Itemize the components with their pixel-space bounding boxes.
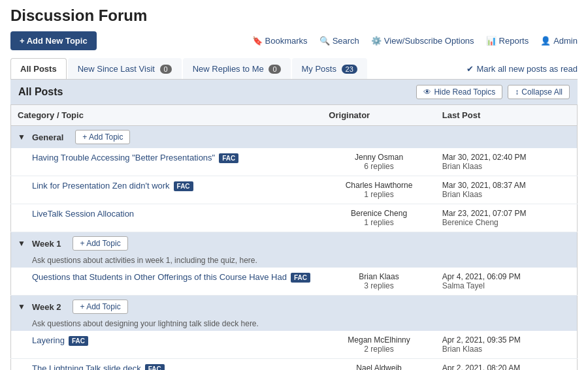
replies-count: 1 replies xyxy=(329,218,429,227)
last-post-cell: Apr 2, 2021, 09:35 PM Brian Klaas xyxy=(436,331,578,359)
originator-cell: Charles Hawthorne 1 replies xyxy=(322,176,435,204)
group-header-0: ▼ General + Add Topic xyxy=(11,126,578,149)
table-row: LayeringFAC Megan McElhinny 2 replies Ap… xyxy=(11,331,578,359)
topic-cell: Having Trouble Accessing "Better Present… xyxy=(11,148,323,176)
originator-cell: Nael Aldweib 4 replies xyxy=(322,359,435,371)
replies-count: 1 replies xyxy=(329,190,429,199)
last-post-cell: Mar 30, 2021, 02:40 PM Brian Klaas xyxy=(436,148,578,176)
new-since-badge: 0 xyxy=(160,65,172,74)
last-post-user: Salma Tayel xyxy=(442,281,570,290)
last-post-cell: Apr 4, 2021, 06:09 PM Salma Tayel xyxy=(436,268,578,296)
posts-table: Category / Topic Originator Last Post ▼ … xyxy=(10,104,578,370)
all-posts-heading: All Posts xyxy=(18,86,63,98)
group-header-2: ▼ Week 2 + Add Topic xyxy=(11,296,578,318)
table-row: The Lightning Talk slide deckFAC Nael Al… xyxy=(11,359,578,371)
add-topic-button[interactable]: + Add New Topic xyxy=(10,31,97,50)
gear-icon: ⚙️ xyxy=(371,36,382,46)
originator-cell: Berenice Cheng 1 replies xyxy=(322,204,435,232)
topic-link[interactable]: Having Trouble Accessing "Better Present… xyxy=(32,153,215,162)
add-topic-in-group-button[interactable]: + Add Topic xyxy=(73,236,127,251)
originator-name: Megan McElhinny xyxy=(329,335,429,345)
admin-icon: 👤 xyxy=(540,36,551,46)
topic-link[interactable]: LiveTalk Session Allocation xyxy=(32,209,134,219)
collapse-icon: ↕ xyxy=(515,87,519,97)
last-post-cell: Mar 30, 2021, 08:37 AM Brian Klaas xyxy=(436,176,578,204)
fac-badge: FAC xyxy=(69,336,88,346)
originator-name: Nael Aldweib xyxy=(329,363,429,370)
tab-all-posts[interactable]: All Posts xyxy=(10,58,67,79)
last-post-date: Mar 23, 2021, 07:07 PM xyxy=(442,209,570,218)
replies-count: 2 replies xyxy=(329,345,429,354)
topic-link[interactable]: Layering xyxy=(32,335,65,345)
table-row: Link for Presentation Zen didn't workFAC… xyxy=(11,176,578,204)
fac-badge: FAC xyxy=(174,181,193,191)
last-post-date: Mar 30, 2021, 08:37 AM xyxy=(442,181,570,190)
my-posts-badge: 23 xyxy=(342,65,357,74)
topic-cell: LiveTalk Session Allocation xyxy=(11,204,323,232)
top-bar: + Add New Topic 🔖 Bookmarks 🔍 Search ⚙️ … xyxy=(10,31,578,50)
originator-cell: Jenny Osman 6 replies xyxy=(322,148,435,176)
last-post-date: Apr 4, 2021, 06:09 PM xyxy=(442,272,570,281)
nav-links: 🔖 Bookmarks 🔍 Search ⚙️ View/Subscribe O… xyxy=(252,36,578,46)
group-description-1: Ask questions about activities in week 1… xyxy=(11,254,578,268)
section-actions: 👁 Hide Read Topics ↕ Collapse All xyxy=(416,85,570,99)
chevron-icon: ▼ xyxy=(18,132,25,142)
view-subscribe-link[interactable]: ⚙️ View/Subscribe Options xyxy=(371,36,474,46)
all-posts-section-header: All Posts 👁 Hide Read Topics ↕ Collapse … xyxy=(10,80,578,104)
add-topic-in-group-button[interactable]: + Add Topic xyxy=(75,130,130,144)
table-row: Having Trouble Accessing "Better Present… xyxy=(11,148,578,176)
last-post-date: Apr 2, 2021, 08:20 AM xyxy=(442,363,570,370)
col-header-originator: Originator xyxy=(322,105,435,126)
originator-name: Berenice Cheng xyxy=(329,209,429,218)
tab-new-since[interactable]: New Since Last Visit 0 xyxy=(68,58,182,79)
originator-name: Brian Klaas xyxy=(329,272,429,281)
search-link[interactable]: 🔍 Search xyxy=(319,36,359,46)
checkmark-icon: ✔ xyxy=(466,64,474,74)
fac-badge: FAC xyxy=(145,364,165,370)
search-icon: 🔍 xyxy=(319,36,330,46)
originator-name: Charles Hawthorne xyxy=(329,181,429,190)
last-post-date: Apr 2, 2021, 09:35 PM xyxy=(442,335,570,345)
topic-cell: Link for Presentation Zen didn't workFAC xyxy=(11,176,323,204)
group-description-2: Ask questions about designing your light… xyxy=(11,318,578,331)
originator-cell: Brian Klaas 3 replies xyxy=(322,268,435,296)
chevron-icon: ▼ xyxy=(18,239,25,248)
originator-name: Jenny Osman xyxy=(329,153,429,162)
collapse-all-button[interactable]: ↕ Collapse All xyxy=(508,85,570,99)
fac-badge: FAC xyxy=(219,153,238,163)
table-row: Questions that Students in Other Offerin… xyxy=(11,268,578,296)
tabs-bar: All Posts New Since Last Visit 0 New Rep… xyxy=(10,58,578,80)
group-name: Week 1 xyxy=(32,239,61,249)
last-post-user: Brian Klaas xyxy=(442,162,570,171)
replies-count: 6 replies xyxy=(329,162,429,171)
group-header-1: ▼ Week 1 + Add Topic xyxy=(11,232,578,255)
reports-icon: 📊 xyxy=(486,36,497,46)
col-header-last-post: Last Post xyxy=(436,105,578,126)
group-name: General xyxy=(32,132,63,142)
fac-badge: FAC xyxy=(291,273,310,283)
topic-link[interactable]: Link for Presentation Zen didn't work xyxy=(32,181,170,191)
topic-cell: The Lightning Talk slide deckFAC xyxy=(11,359,323,371)
tab-new-replies[interactable]: New Replies to Me 0 xyxy=(183,58,291,79)
mark-all-read[interactable]: ✔ Mark all new posts as read xyxy=(466,64,578,74)
last-post-cell: Apr 2, 2021, 08:20 AM Brian Klaas xyxy=(436,359,578,371)
bookmarks-link[interactable]: 🔖 Bookmarks xyxy=(252,36,308,46)
last-post-user: Brian Klaas xyxy=(442,190,570,199)
group-name: Week 2 xyxy=(32,302,61,312)
last-post-date: Mar 30, 2021, 02:40 PM xyxy=(442,153,570,162)
hide-read-topics-button[interactable]: 👁 Hide Read Topics xyxy=(416,85,502,99)
last-post-cell: Mar 23, 2021, 07:07 PM Berenice Cheng xyxy=(436,204,578,232)
new-replies-badge: 0 xyxy=(269,65,280,74)
chevron-icon: ▼ xyxy=(18,302,25,311)
last-post-user: Berenice Cheng xyxy=(442,218,570,227)
admin-link[interactable]: 👤 Admin xyxy=(540,36,578,46)
topic-cell: LayeringFAC xyxy=(11,331,323,359)
originator-cell: Megan McElhinny 2 replies xyxy=(322,331,435,359)
topic-link[interactable]: The Lightning Talk slide deck xyxy=(32,363,141,370)
topic-link[interactable]: Questions that Students in Other Offerin… xyxy=(32,272,287,282)
tab-my-posts[interactable]: My Posts 23 xyxy=(292,58,367,79)
bookmark-icon: 🔖 xyxy=(252,36,263,46)
page-title: Discussion Forum xyxy=(10,7,578,25)
reports-link[interactable]: 📊 Reports xyxy=(486,36,529,46)
add-topic-in-group-button[interactable]: + Add Topic xyxy=(73,300,127,314)
